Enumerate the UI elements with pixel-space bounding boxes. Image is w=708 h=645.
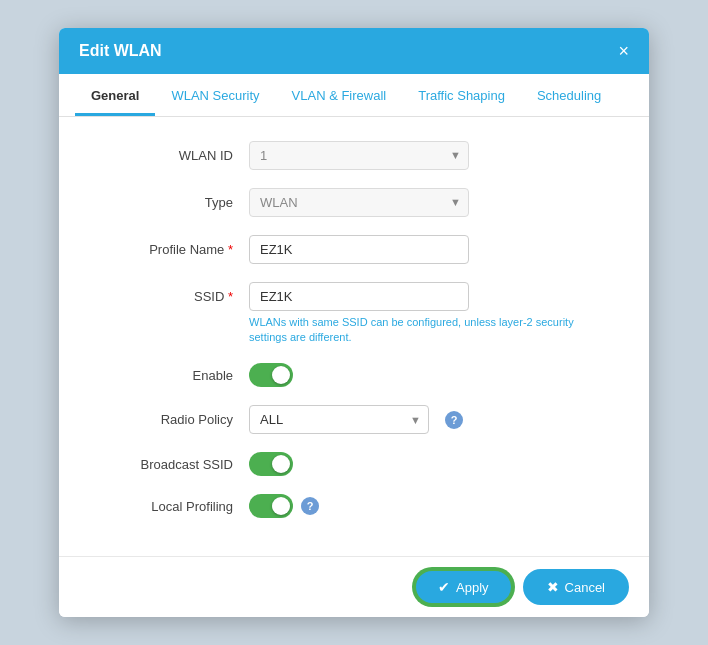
tab-general[interactable]: General — [75, 74, 155, 116]
wlan-id-row: WLAN ID 1 ▼ — [99, 141, 609, 170]
local-profiling-toggle[interactable] — [249, 494, 293, 518]
type-select[interactable]: WLAN — [249, 188, 469, 217]
modal-title: Edit WLAN — [79, 42, 162, 60]
radio-policy-label: Radio Policy — [99, 412, 249, 427]
radio-policy-select-wrapper: ALL 2.4GHz 5GHz ▼ — [249, 405, 429, 434]
tab-traffic-shaping[interactable]: Traffic Shaping — [402, 74, 521, 116]
modal-body: WLAN ID 1 ▼ Type WLAN ▼ — [59, 117, 649, 557]
broadcast-ssid-row: Broadcast SSID — [99, 452, 609, 476]
profile-name-input[interactable] — [249, 235, 469, 264]
wlan-id-select-wrapper: 1 ▼ — [249, 141, 469, 170]
tab-bar: General WLAN Security VLAN & Firewall Tr… — [59, 74, 649, 117]
local-profiling-label: Local Profiling — [99, 499, 249, 514]
cancel-button[interactable]: ✖ Cancel — [523, 569, 629, 605]
local-profiling-help-icon[interactable]: ? — [301, 497, 319, 515]
modal-footer: ✔ Apply ✖ Cancel — [59, 556, 649, 617]
type-label: Type — [99, 195, 249, 210]
enable-row: Enable — [99, 363, 609, 387]
ssid-label: SSID — [99, 289, 249, 304]
cancel-icon: ✖ — [547, 579, 559, 595]
type-row: Type WLAN ▼ — [99, 188, 609, 217]
type-select-wrapper: WLAN ▼ — [249, 188, 469, 217]
radio-policy-group: ALL 2.4GHz 5GHz ▼ ? — [249, 405, 463, 434]
broadcast-ssid-toggle[interactable] — [249, 452, 293, 476]
radio-policy-help-icon[interactable]: ? — [445, 411, 463, 429]
apply-button[interactable]: ✔ Apply — [414, 569, 513, 605]
profile-name-label: Profile Name — [99, 242, 249, 257]
ssid-section: SSID WLANs with same SSID can be configu… — [99, 282, 609, 346]
local-profiling-row: Local Profiling ? — [99, 494, 609, 518]
overlay: Edit WLAN × General WLAN Security VLAN &… — [0, 0, 708, 645]
ssid-hint: WLANs with same SSID can be configured, … — [249, 315, 609, 346]
apply-icon: ✔ — [438, 579, 450, 595]
radio-policy-row: Radio Policy ALL 2.4GHz 5GHz ▼ ? — [99, 405, 609, 434]
ssid-input[interactable] — [249, 282, 469, 311]
wlan-id-select[interactable]: 1 — [249, 141, 469, 170]
modal-close-button[interactable]: × — [618, 42, 629, 60]
cancel-label: Cancel — [565, 580, 605, 595]
broadcast-ssid-label: Broadcast SSID — [99, 457, 249, 472]
profile-name-row: Profile Name — [99, 235, 609, 264]
ssid-row: SSID — [99, 282, 609, 311]
tab-vlan-firewall[interactable]: VLAN & Firewall — [276, 74, 403, 116]
apply-label: Apply — [456, 580, 489, 595]
enable-label: Enable — [99, 368, 249, 383]
tab-scheduling[interactable]: Scheduling — [521, 74, 617, 116]
enable-toggle[interactable] — [249, 363, 293, 387]
tab-wlan-security[interactable]: WLAN Security — [155, 74, 275, 116]
radio-policy-select[interactable]: ALL 2.4GHz 5GHz — [249, 405, 429, 434]
wlan-id-label: WLAN ID — [99, 148, 249, 163]
modal: Edit WLAN × General WLAN Security VLAN &… — [59, 28, 649, 618]
modal-header: Edit WLAN × — [59, 28, 649, 74]
